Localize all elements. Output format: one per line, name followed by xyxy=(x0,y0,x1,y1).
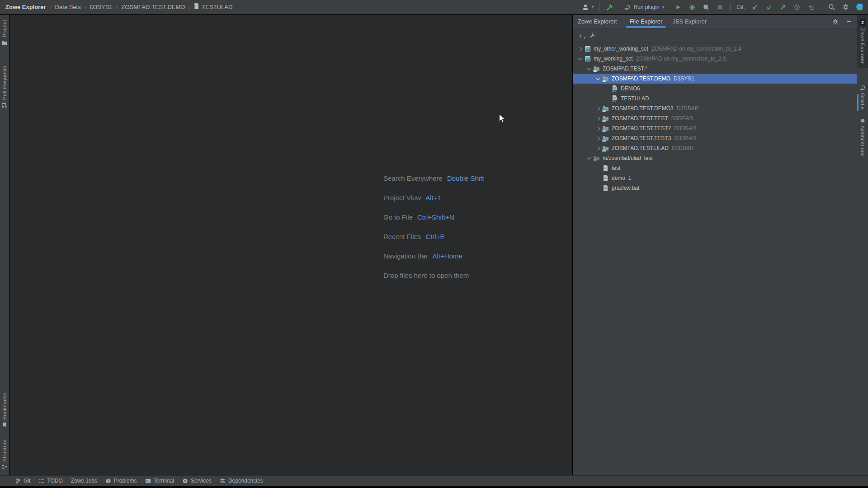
run-configuration-select[interactable]: Run plugin xyxy=(620,2,668,12)
status-item-zowe-jobs[interactable]: Zowe Jobs xyxy=(67,478,101,484)
shortcut-label: Recent Files xyxy=(383,233,421,240)
breadcrumb-item[interactable]: Zowe Explorer xyxy=(5,4,46,10)
dependencies-icon xyxy=(220,478,226,484)
status-item-problems[interactable]: Problems xyxy=(101,478,141,484)
tree-row[interactable]: ZOSMFAD.TEST.* xyxy=(573,64,857,74)
tree-label: TESTULAD xyxy=(621,95,649,102)
dataset-icon xyxy=(602,125,609,132)
chevron-right-icon[interactable] xyxy=(577,47,582,51)
tree-row[interactable]: my_other_working_set ZOSMFAD on my_conne… xyxy=(573,44,857,54)
status-label: Dependencies xyxy=(228,478,263,484)
history-icon[interactable] xyxy=(793,3,801,11)
chevron-right-icon[interactable] xyxy=(595,116,600,121)
shortcut-row: Drop files here to open them xyxy=(383,266,484,285)
tree-suffix: D3DBAR xyxy=(677,105,699,112)
tree-row[interactable]: DEMO6 xyxy=(573,84,857,94)
git-push-icon[interactable] xyxy=(779,3,787,11)
status-item-services[interactable]: Services xyxy=(178,478,216,484)
bookmark-icon xyxy=(2,422,7,427)
tree-label: ZOSMFAD.TEST.DEMO xyxy=(612,75,670,82)
pull-request-icon xyxy=(1,102,7,108)
dataset-tree: my_other_working_set ZOSMFAD on my_conne… xyxy=(573,42,857,193)
tab-file-explorer[interactable]: File Explorer xyxy=(624,15,667,28)
tree-row[interactable]: ZOSMFAD.TEST.TEST D3DBAR xyxy=(573,113,857,123)
tree-row[interactable]: /u/zosmfad/ulad_test xyxy=(573,153,857,163)
tree-row[interactable]: ZOSMFAD.TEST.TEST3 D3DBAR xyxy=(573,133,857,143)
tree-row[interactable]: TESTULAD xyxy=(573,94,857,103)
settings-icon[interactable] xyxy=(841,3,849,11)
add-icon[interactable] xyxy=(578,32,582,39)
stripe-label: Structure xyxy=(2,439,7,462)
shortcut-key: Alt+Home xyxy=(432,252,462,260)
stop-icon[interactable] xyxy=(716,3,724,11)
breadcrumb-item[interactable]: D3SYS1 xyxy=(90,4,113,10)
user-menu-icon[interactable] xyxy=(581,3,590,11)
mouse-cursor xyxy=(499,113,506,126)
tree-label: /u/zosmfad/ulad_test xyxy=(603,155,653,161)
project-folder-icon xyxy=(1,40,7,46)
bell-icon xyxy=(860,118,866,124)
tree-row[interactable]: gradlew.bat xyxy=(573,183,857,193)
stripe-item-zowe-explorer[interactable]: Zowe Explorer xyxy=(857,15,868,68)
stripe-item-notifications[interactable]: Notifications xyxy=(857,114,868,161)
panel-settings-icon[interactable] xyxy=(832,18,839,25)
stripe-item-structure[interactable]: Structure xyxy=(0,435,9,474)
shortcut-label: Project View xyxy=(383,194,421,202)
git-commit-icon[interactable] xyxy=(765,3,773,11)
run-icon[interactable] xyxy=(674,3,682,11)
chevron-down-icon[interactable] xyxy=(595,76,600,80)
toolbar-separator xyxy=(730,3,731,11)
stripe-item-bookmarks[interactable]: Bookmarks xyxy=(0,388,9,432)
plugin-logo-icon[interactable] xyxy=(855,3,863,11)
tools-wrench-icon[interactable] xyxy=(589,32,596,39)
status-item-terminal[interactable]: Terminal xyxy=(141,478,178,484)
shortcut-row: Navigation Bar Alt+Home xyxy=(383,246,484,266)
toolbar-separator xyxy=(599,3,600,11)
file-icon xyxy=(602,184,609,192)
search-icon[interactable] xyxy=(827,3,835,11)
breadcrumb-item[interactable]: TESTULAD xyxy=(202,4,232,10)
tree-suffix: D3DBAR xyxy=(671,115,693,122)
tree-label: DEMO6 xyxy=(621,85,640,92)
status-bar: Git TODO Zowe Jobs Problems Terminal Ser… xyxy=(0,475,868,486)
breadcrumb-item[interactable]: ZOSMFAD.TEST.DEMO xyxy=(122,4,185,10)
chevron-right-icon[interactable] xyxy=(595,146,600,150)
tree-row[interactable]: ZOSMFAD.TEST.DEMO3 D3DBAR xyxy=(573,103,857,113)
active-tool-window-indicator xyxy=(857,94,859,111)
status-item-git[interactable]: Git xyxy=(11,478,34,484)
stripe-item-project[interactable]: Project xyxy=(0,16,9,50)
tree-row[interactable]: ZOSMFAD.TEST.ULAD D3DBAR xyxy=(573,143,857,153)
profiler-icon[interactable] xyxy=(702,3,710,11)
chevron-down-icon[interactable] xyxy=(577,56,582,61)
build-hammer-icon[interactable] xyxy=(606,3,614,11)
chevron-right-icon[interactable] xyxy=(595,136,600,141)
debug-icon[interactable] xyxy=(688,3,696,11)
dataset-icon xyxy=(602,105,609,112)
file-icon xyxy=(602,164,609,172)
chevron-down-icon[interactable] xyxy=(586,155,591,160)
tree-row[interactable]: test xyxy=(573,163,857,173)
breadcrumb-item[interactable]: Data Sets xyxy=(55,4,81,10)
shortcut-row: Recent Files Ctrl+E xyxy=(383,227,484,246)
status-item-todo[interactable]: TODO xyxy=(34,478,66,484)
git-update-icon[interactable] xyxy=(751,3,759,11)
stripe-item-pull-requests[interactable]: Pull Requests xyxy=(0,61,9,112)
chevron-right-icon[interactable] xyxy=(595,126,600,131)
status-item-dependencies[interactable]: Dependencies xyxy=(216,478,267,484)
tab-jes-explorer[interactable]: JES Explorer xyxy=(667,15,712,28)
tool-stripe-left: Project Pull Requests Bookmarks Structur… xyxy=(0,15,9,475)
tree-row[interactable]: my_working_set ZOSMFAD on my_connection_… xyxy=(573,54,857,64)
tree-row-selected[interactable]: ZOSMFAD.TEST.DEMO D3SYS1 xyxy=(573,74,857,84)
rollback-icon[interactable] xyxy=(807,3,815,11)
tree-row[interactable]: ZOSMFAD.TEST.TEST2 D3DBAR xyxy=(573,123,857,133)
stripe-item-gradle[interactable]: Gradle xyxy=(857,80,868,114)
working-set-icon xyxy=(584,45,591,52)
chevron-down-icon[interactable] xyxy=(586,66,591,70)
status-label: TODO xyxy=(47,478,62,484)
uss-folder-icon xyxy=(593,155,600,162)
hide-panel-icon[interactable] xyxy=(845,18,852,25)
terminal-icon xyxy=(145,478,151,484)
toolbar-actions: Run plugin Git: xyxy=(581,2,868,12)
chevron-right-icon[interactable] xyxy=(595,106,600,111)
tree-row[interactable]: demo_1 xyxy=(573,173,857,183)
